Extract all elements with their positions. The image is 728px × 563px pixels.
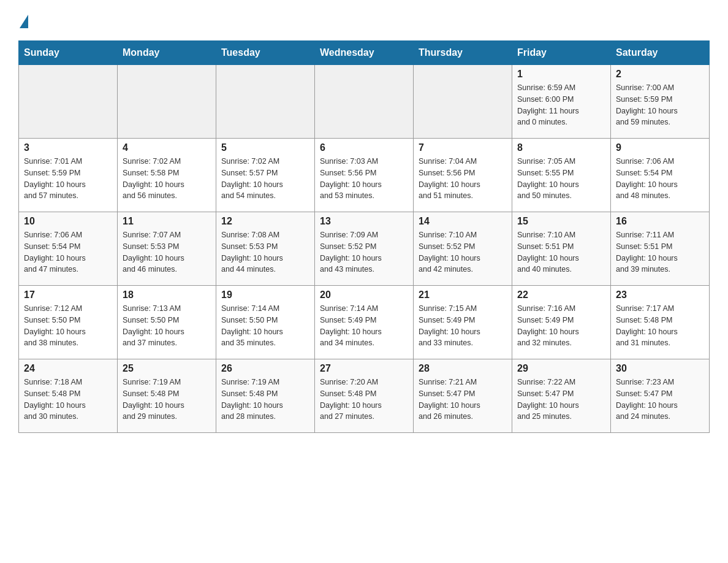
day-number: 19 [221, 289, 309, 301]
day-info: Sunrise: 7:07 AM Sunset: 5:53 PM Dayligh… [123, 229, 211, 275]
day-number: 22 [517, 289, 605, 301]
day-info: Sunrise: 7:01 AM Sunset: 5:59 PM Dayligh… [24, 156, 112, 202]
calendar-cell: 13Sunrise: 7:09 AM Sunset: 5:52 PM Dayli… [315, 212, 414, 286]
calendar-cell: 20Sunrise: 7:14 AM Sunset: 5:49 PM Dayli… [315, 286, 414, 359]
day-number: 23 [616, 289, 704, 301]
day-info: Sunrise: 7:19 AM Sunset: 5:48 PM Dayligh… [123, 377, 211, 423]
day-number: 29 [517, 363, 605, 374]
week-row-2: 3Sunrise: 7:01 AM Sunset: 5:59 PM Daylig… [19, 139, 710, 212]
weekday-header-row: SundayMondayTuesdayWednesdayThursdayFrid… [19, 41, 710, 65]
day-info: Sunrise: 7:03 AM Sunset: 5:56 PM Dayligh… [320, 156, 408, 202]
calendar-cell: 2Sunrise: 7:00 AM Sunset: 5:59 PM Daylig… [611, 65, 710, 139]
day-number: 18 [123, 289, 211, 301]
weekday-header-saturday: Saturday [611, 41, 710, 65]
day-info: Sunrise: 7:21 AM Sunset: 5:47 PM Dayligh… [419, 377, 507, 423]
day-number: 2 [616, 69, 704, 80]
calendar-cell: 24Sunrise: 7:18 AM Sunset: 5:48 PM Dayli… [19, 359, 118, 433]
day-info: Sunrise: 7:17 AM Sunset: 5:48 PM Dayligh… [616, 303, 704, 349]
day-number: 16 [616, 216, 704, 227]
day-info: Sunrise: 7:10 AM Sunset: 5:52 PM Dayligh… [419, 229, 507, 275]
week-row-4: 17Sunrise: 7:12 AM Sunset: 5:50 PM Dayli… [19, 286, 710, 359]
calendar-cell: 23Sunrise: 7:17 AM Sunset: 5:48 PM Dayli… [611, 286, 710, 359]
calendar-cell: 19Sunrise: 7:14 AM Sunset: 5:50 PM Dayli… [216, 286, 315, 359]
calendar-cell: 3Sunrise: 7:01 AM Sunset: 5:59 PM Daylig… [19, 139, 118, 212]
day-info: Sunrise: 7:14 AM Sunset: 5:49 PM Dayligh… [320, 303, 408, 349]
day-info: Sunrise: 7:00 AM Sunset: 5:59 PM Dayligh… [616, 82, 704, 128]
calendar-cell: 10Sunrise: 7:06 AM Sunset: 5:54 PM Dayli… [19, 212, 118, 286]
day-info: Sunrise: 7:04 AM Sunset: 5:56 PM Dayligh… [419, 156, 507, 202]
logo-triangle-icon [20, 15, 28, 28]
day-number: 11 [123, 216, 211, 227]
page-header [18, 12, 710, 28]
day-info: Sunrise: 7:09 AM Sunset: 5:52 PM Dayligh… [320, 229, 408, 275]
day-number: 8 [517, 142, 605, 153]
weekday-header-friday: Friday [512, 41, 611, 65]
day-number: 21 [419, 289, 507, 301]
calendar-cell: 4Sunrise: 7:02 AM Sunset: 5:58 PM Daylig… [118, 139, 216, 212]
day-info: Sunrise: 7:20 AM Sunset: 5:48 PM Dayligh… [320, 377, 408, 423]
calendar-cell [414, 65, 512, 139]
calendar-cell [118, 65, 216, 139]
day-number: 24 [24, 363, 112, 374]
day-number: 10 [24, 216, 112, 227]
day-number: 15 [517, 216, 605, 227]
logo [18, 12, 28, 28]
calendar-cell: 27Sunrise: 7:20 AM Sunset: 5:48 PM Dayli… [315, 359, 414, 433]
day-number: 5 [221, 142, 309, 153]
week-row-5: 24Sunrise: 7:18 AM Sunset: 5:48 PM Dayli… [19, 359, 710, 433]
day-number: 12 [221, 216, 309, 227]
calendar-cell: 8Sunrise: 7:05 AM Sunset: 5:55 PM Daylig… [512, 139, 611, 212]
calendar-cell: 22Sunrise: 7:16 AM Sunset: 5:49 PM Dayli… [512, 286, 611, 359]
day-info: Sunrise: 7:06 AM Sunset: 5:54 PM Dayligh… [616, 156, 704, 202]
calendar-cell: 17Sunrise: 7:12 AM Sunset: 5:50 PM Dayli… [19, 286, 118, 359]
calendar-cell: 12Sunrise: 7:08 AM Sunset: 5:53 PM Dayli… [216, 212, 315, 286]
weekday-header-monday: Monday [118, 41, 216, 65]
day-number: 6 [320, 142, 408, 153]
day-info: Sunrise: 7:14 AM Sunset: 5:50 PM Dayligh… [221, 303, 309, 349]
calendar-cell: 29Sunrise: 7:22 AM Sunset: 5:47 PM Dayli… [512, 359, 611, 433]
day-number: 7 [419, 142, 507, 153]
day-number: 13 [320, 216, 408, 227]
day-info: Sunrise: 7:02 AM Sunset: 5:57 PM Dayligh… [221, 156, 309, 202]
week-row-3: 10Sunrise: 7:06 AM Sunset: 5:54 PM Dayli… [19, 212, 710, 286]
calendar-cell: 28Sunrise: 7:21 AM Sunset: 5:47 PM Dayli… [414, 359, 512, 433]
calendar-cell: 30Sunrise: 7:23 AM Sunset: 5:47 PM Dayli… [611, 359, 710, 433]
day-number: 1 [517, 69, 605, 80]
day-info: Sunrise: 7:13 AM Sunset: 5:50 PM Dayligh… [123, 303, 211, 349]
day-number: 25 [123, 363, 211, 374]
calendar-cell: 26Sunrise: 7:19 AM Sunset: 5:48 PM Dayli… [216, 359, 315, 433]
day-info: Sunrise: 7:08 AM Sunset: 5:53 PM Dayligh… [221, 229, 309, 275]
day-number: 14 [419, 216, 507, 227]
day-number: 20 [320, 289, 408, 301]
day-info: Sunrise: 7:05 AM Sunset: 5:55 PM Dayligh… [517, 156, 605, 202]
day-info: Sunrise: 7:10 AM Sunset: 5:51 PM Dayligh… [517, 229, 605, 275]
calendar-cell [216, 65, 315, 139]
calendar-cell: 14Sunrise: 7:10 AM Sunset: 5:52 PM Dayli… [414, 212, 512, 286]
day-info: Sunrise: 7:22 AM Sunset: 5:47 PM Dayligh… [517, 377, 605, 423]
day-info: Sunrise: 7:11 AM Sunset: 5:51 PM Dayligh… [616, 229, 704, 275]
weekday-header-thursday: Thursday [414, 41, 512, 65]
day-info: Sunrise: 7:18 AM Sunset: 5:48 PM Dayligh… [24, 377, 112, 423]
day-info: Sunrise: 7:02 AM Sunset: 5:58 PM Dayligh… [123, 156, 211, 202]
calendar-cell: 6Sunrise: 7:03 AM Sunset: 5:56 PM Daylig… [315, 139, 414, 212]
day-info: Sunrise: 7:23 AM Sunset: 5:47 PM Dayligh… [616, 377, 704, 423]
calendar-cell: 5Sunrise: 7:02 AM Sunset: 5:57 PM Daylig… [216, 139, 315, 212]
day-number: 27 [320, 363, 408, 374]
calendar-cell: 25Sunrise: 7:19 AM Sunset: 5:48 PM Dayli… [118, 359, 216, 433]
day-info: Sunrise: 7:06 AM Sunset: 5:54 PM Dayligh… [24, 229, 112, 275]
day-info: Sunrise: 6:59 AM Sunset: 6:00 PM Dayligh… [517, 82, 605, 128]
day-number: 17 [24, 289, 112, 301]
calendar-cell: 18Sunrise: 7:13 AM Sunset: 5:50 PM Dayli… [118, 286, 216, 359]
day-number: 9 [616, 142, 704, 153]
calendar-cell: 21Sunrise: 7:15 AM Sunset: 5:49 PM Dayli… [414, 286, 512, 359]
day-info: Sunrise: 7:19 AM Sunset: 5:48 PM Dayligh… [221, 377, 309, 423]
day-number: 3 [24, 142, 112, 153]
day-number: 4 [123, 142, 211, 153]
week-row-1: 1Sunrise: 6:59 AM Sunset: 6:00 PM Daylig… [19, 65, 710, 139]
calendar-cell: 9Sunrise: 7:06 AM Sunset: 5:54 PM Daylig… [611, 139, 710, 212]
day-number: 30 [616, 363, 704, 374]
weekday-header-tuesday: Tuesday [216, 41, 315, 65]
day-number: 28 [419, 363, 507, 374]
weekday-header-wednesday: Wednesday [315, 41, 414, 65]
calendar-cell: 11Sunrise: 7:07 AM Sunset: 5:53 PM Dayli… [118, 212, 216, 286]
